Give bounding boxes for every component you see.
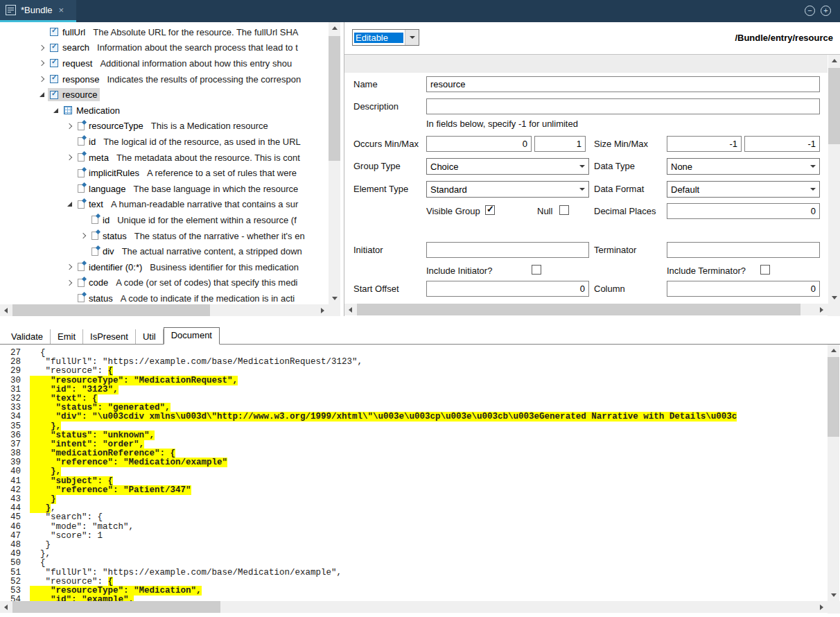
chevron-down-icon[interactable]	[575, 159, 588, 174]
group-type-select[interactable]: Choice	[426, 158, 589, 175]
tree-item-desc: The actual narrative content, a stripped…	[122, 246, 302, 257]
chevron-down-icon[interactable]	[806, 182, 819, 197]
chevron-down-icon[interactable]	[575, 182, 588, 197]
document-vertical-scrollbar[interactable]	[828, 345, 839, 601]
expand-arrow-icon[interactable]	[78, 228, 89, 244]
scroll-up-button[interactable]	[828, 345, 839, 356]
start-offset-input[interactable]	[426, 281, 589, 297]
tree-vertical-scrollbar[interactable]	[329, 22, 340, 304]
tab-document[interactable]: Document	[164, 327, 220, 345]
name-input[interactable]	[426, 76, 820, 92]
scrollbar-thumb[interactable]	[357, 304, 800, 315]
scrollbar-thumb[interactable]	[329, 36, 340, 161]
tree-item-search[interactable]: searchInformation about the search proce…	[0, 40, 329, 56]
data-format-select[interactable]: Default	[667, 181, 820, 198]
circle-minus-button[interactable]: −	[805, 6, 815, 16]
tree-item-response[interactable]: responseIndicates the results of process…	[0, 71, 329, 87]
size-max-input[interactable]	[744, 136, 820, 152]
tab-validate[interactable]: Validate	[4, 329, 51, 344]
line-number: 28	[6, 357, 21, 367]
tab-ispresent[interactable]: IsPresent	[83, 329, 136, 344]
scrollbar-thumb[interactable]	[12, 304, 210, 316]
scroll-left-button[interactable]	[0, 304, 12, 316]
scroll-right-button[interactable]	[816, 304, 828, 315]
tree-item-text[interactable]: textA human-readable narrative that cont…	[0, 197, 329, 213]
expand-arrow-icon[interactable]	[64, 259, 76, 275]
scroll-right-button[interactable]	[816, 601, 828, 613]
element-tree[interactable]: fullUrlThe Absolute URL for the resource…	[0, 22, 329, 304]
tab-util[interactable]: Util	[136, 329, 164, 344]
tab-close-icon[interactable]: ×	[59, 5, 64, 15]
line-number: 33	[6, 403, 21, 412]
arrow-left-icon	[4, 308, 8, 313]
expand-arrow-icon[interactable]	[64, 275, 76, 291]
initiator-input[interactable]	[426, 242, 589, 258]
chevron-down-icon[interactable]	[806, 159, 819, 174]
expand-arrow-icon[interactable]	[36, 55, 48, 71]
tree-item-id[interactable]: idThe logical id of the resource, as use…	[0, 134, 329, 150]
description-input[interactable]	[426, 98, 820, 114]
expand-arrow-icon[interactable]	[36, 40, 48, 56]
decimal-places-input[interactable]	[667, 203, 820, 219]
inspector-horizontal-scrollbar[interactable]	[344, 304, 828, 315]
element-type-select[interactable]: Standard	[426, 181, 589, 198]
inspector-vertical-scrollbar[interactable]	[828, 55, 840, 304]
scroll-down-button[interactable]	[828, 589, 839, 601]
tree-item-status[interactable]: statusA code to indicate if the medicati…	[0, 290, 329, 304]
field-icon	[78, 263, 85, 271]
chevron-down-icon[interactable]	[405, 30, 419, 45]
scrollbar-thumb[interactable]	[828, 357, 839, 437]
scrollbar-corner	[329, 304, 340, 316]
tree-item-status[interactable]: statusThe status of the narrative - whet…	[0, 228, 329, 244]
editable-mode-select[interactable]: Editable	[352, 29, 419, 46]
tree-item-resourcetype[interactable]: resourceTypeThis is a Medication resourc…	[0, 119, 329, 134]
expand-arrow-icon[interactable]	[64, 119, 76, 134]
circle-plus-button[interactable]: +	[821, 6, 831, 16]
tree-horizontal-scrollbar[interactable]	[0, 304, 329, 316]
scroll-down-button[interactable]	[329, 293, 340, 304]
document-code-editor[interactable]: 27 {28 "fullUrl": "https://example.com/b…	[0, 345, 828, 601]
terminator-input[interactable]	[667, 242, 820, 258]
occurs-max-input[interactable]	[534, 136, 586, 152]
code-line: 36 "status": "unknown",	[6, 431, 828, 440]
scroll-left-button[interactable]	[344, 304, 356, 315]
scrollbar-thumb[interactable]	[828, 68, 840, 144]
occurs-min-input[interactable]	[426, 136, 532, 152]
expand-arrow-icon[interactable]	[64, 150, 76, 166]
null-checkbox[interactable]	[559, 205, 569, 215]
tree-item-language[interactable]: languageThe base language in which the r…	[0, 181, 329, 197]
tree-item-meta[interactable]: metaThe metadata about the resource. Thi…	[0, 150, 329, 166]
tree-item-identifier-0[interactable]: identifier (0:*)Business identifier for …	[0, 259, 329, 275]
collapse-arrow-icon[interactable]	[50, 103, 62, 119]
include-initiator-checkbox[interactable]	[532, 265, 541, 275]
tree-item-fullurl[interactable]: fullUrlThe Absolute URL for the resource…	[0, 24, 329, 40]
tree-item-code[interactable]: codeA code (or set of codes) that specif…	[0, 275, 329, 291]
scrollbar-thumb[interactable]	[12, 601, 220, 613]
scroll-up-button[interactable]	[329, 22, 340, 34]
code-line: 35 },	[6, 422, 828, 431]
collapse-arrow-icon[interactable]	[36, 87, 48, 103]
column-label: Column	[594, 284, 625, 294]
scroll-down-button[interactable]	[828, 292, 840, 304]
include-terminator-checkbox[interactable]	[760, 265, 770, 275]
collapse-arrow-icon[interactable]	[64, 197, 76, 213]
size-min-input[interactable]	[667, 136, 742, 152]
expand-arrow-icon[interactable]	[36, 71, 48, 87]
document-horizontal-scrollbar[interactable]	[0, 601, 828, 613]
scroll-right-button[interactable]	[317, 304, 329, 316]
scroll-left-button[interactable]	[0, 601, 12, 613]
visible-group-checkbox[interactable]	[485, 205, 495, 215]
tree-item-implicitrules[interactable]: implicitRulesA reference to a set of rul…	[0, 165, 329, 181]
tab-emit[interactable]: Emit	[51, 329, 83, 344]
data-type-select[interactable]: None	[667, 158, 820, 175]
field-icon	[78, 153, 85, 162]
tab-bundle[interactable]: *Bundle ×	[0, 0, 76, 22]
tree-item-div[interactable]: divThe actual narrative content, a strip…	[0, 243, 329, 259]
tree-item-id[interactable]: idUnique id for the element within a res…	[0, 212, 329, 228]
line-number: 50	[6, 558, 21, 568]
column-input[interactable]	[667, 281, 820, 297]
scroll-up-button[interactable]	[828, 55, 840, 67]
tree-item-request[interactable]: requestAdditional information about how …	[0, 55, 329, 71]
tree-item-medication[interactable]: Medication	[0, 103, 329, 119]
tree-item-resource[interactable]: resource	[0, 87, 329, 103]
